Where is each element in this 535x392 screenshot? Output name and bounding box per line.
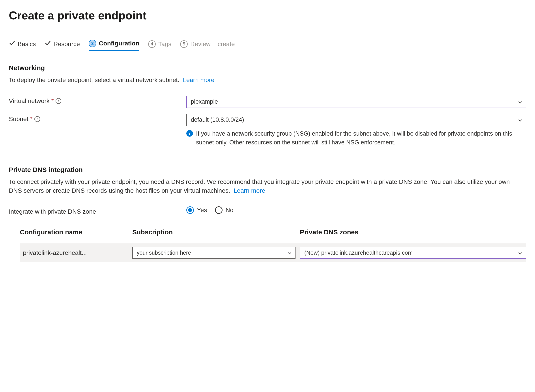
tab-label: Review + create bbox=[190, 41, 235, 48]
tab-label: Tags bbox=[158, 41, 171, 48]
tab-resource[interactable]: Resource bbox=[45, 40, 80, 51]
tabs-wizard: Basics Resource 3 Configuration 4 Tags 5… bbox=[9, 40, 526, 51]
tab-configuration[interactable]: 3 Configuration bbox=[89, 40, 139, 51]
step-number: 3 bbox=[89, 40, 96, 47]
step-number: 4 bbox=[148, 40, 156, 48]
check-icon bbox=[9, 40, 15, 48]
info-icon[interactable]: i bbox=[34, 116, 40, 122]
radio-yes[interactable]: Yes bbox=[186, 206, 207, 214]
tab-label: Resource bbox=[53, 41, 80, 48]
dns-zone-select[interactable]: (New) privatelink.azurehealthcareapis.co… bbox=[300, 247, 526, 259]
networking-desc-text: To deploy the private endpoint, select a… bbox=[9, 76, 179, 83]
step-number: 5 bbox=[180, 40, 188, 48]
integrate-label: Integrate with private DNS zone bbox=[9, 206, 186, 215]
chevron-down-icon bbox=[518, 117, 523, 122]
tab-review-create[interactable]: 5 Review + create bbox=[180, 40, 235, 51]
subnet-row: Subnet * i default (10.8.0.0/24) i If yo… bbox=[9, 114, 526, 147]
dns-config-table: Configuration name Subscription Private … bbox=[9, 229, 526, 262]
radio-no-label: No bbox=[225, 207, 234, 214]
info-icon[interactable]: i bbox=[56, 98, 61, 104]
dns-zone-value: (New) privatelink.azurehealthcareapis.co… bbox=[304, 249, 413, 256]
learn-more-link[interactable]: Learn more bbox=[234, 187, 265, 194]
integrate-label-text: Integrate with private DNS zone bbox=[9, 208, 96, 215]
check-icon bbox=[45, 40, 51, 48]
page-title: Create a private endpoint bbox=[9, 9, 526, 22]
subscription-value: your subscription here bbox=[137, 250, 191, 256]
integrate-row: Integrate with private DNS zone Yes No bbox=[9, 206, 526, 215]
col-subscription: Subscription bbox=[132, 229, 296, 236]
vnet-select[interactable]: plexample bbox=[186, 96, 526, 108]
chevron-down-icon bbox=[518, 99, 523, 104]
config-name-cell: privatelink-azurehealt... bbox=[20, 249, 128, 257]
nsg-info-callout: i If you have a network security group (… bbox=[186, 129, 524, 147]
tab-label: Basics bbox=[18, 41, 36, 48]
col-private-dns-zones: Private DNS zones bbox=[300, 229, 526, 236]
subnet-select[interactable]: default (10.8.0.0/24) bbox=[186, 114, 526, 126]
radio-button-icon bbox=[186, 206, 194, 214]
vnet-row: Virtual network * i plexample bbox=[9, 96, 526, 108]
tab-label: Configuration bbox=[99, 40, 139, 47]
chevron-down-icon bbox=[287, 250, 292, 255]
required-asterisk: * bbox=[51, 98, 54, 104]
radio-button-icon bbox=[215, 206, 222, 214]
networking-heading: Networking bbox=[9, 64, 526, 72]
radio-yes-label: Yes bbox=[197, 207, 207, 214]
vnet-value: plexample bbox=[191, 98, 218, 105]
tab-tags[interactable]: 4 Tags bbox=[148, 40, 171, 51]
nsg-note-text: If you have a network security group (NS… bbox=[196, 129, 524, 147]
subnet-label-text: Subnet bbox=[9, 116, 28, 123]
subnet-label: Subnet * i bbox=[9, 114, 186, 123]
networking-desc: To deploy the private endpoint, select a… bbox=[9, 76, 516, 85]
table-row: privatelink-azurehealt... your subscript… bbox=[20, 243, 526, 262]
chevron-down-icon bbox=[518, 250, 523, 255]
subscription-select[interactable]: your subscription here bbox=[132, 247, 296, 259]
dns-desc: To connect privately with your private e… bbox=[9, 177, 516, 195]
integrate-radio-group: Yes No bbox=[186, 206, 526, 214]
vnet-label-text: Virtual network bbox=[9, 98, 50, 104]
col-config-name: Configuration name bbox=[20, 229, 128, 236]
radio-no[interactable]: No bbox=[215, 206, 234, 214]
learn-more-link[interactable]: Learn more bbox=[183, 76, 214, 83]
dns-heading: Private DNS integration bbox=[9, 166, 526, 173]
info-icon: i bbox=[186, 130, 193, 137]
subnet-value: default (10.8.0.0/24) bbox=[191, 117, 244, 123]
table-header-row: Configuration name Subscription Private … bbox=[20, 229, 526, 236]
vnet-label: Virtual network * i bbox=[9, 96, 186, 104]
tab-basics[interactable]: Basics bbox=[9, 40, 36, 51]
required-asterisk: * bbox=[30, 116, 33, 123]
